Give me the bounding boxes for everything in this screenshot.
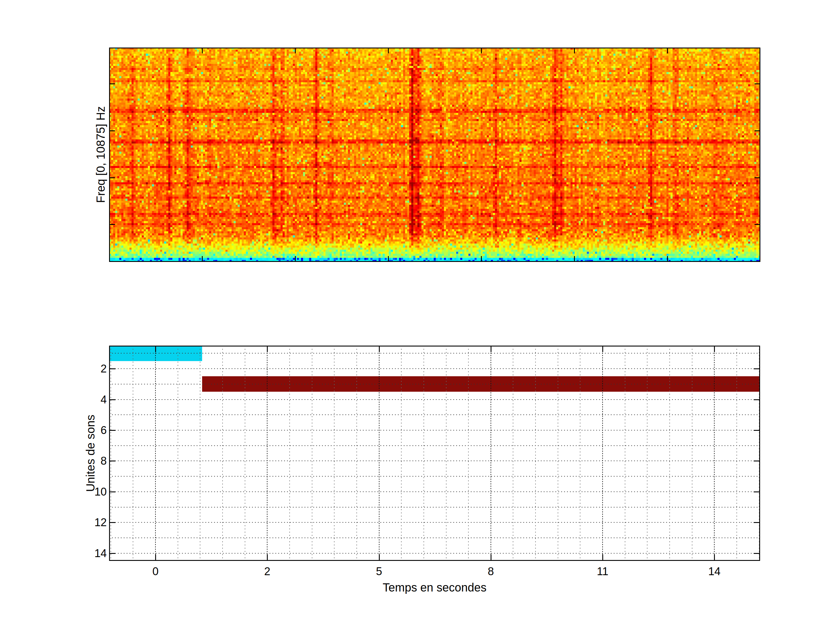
activity-top-tick	[714, 346, 715, 352]
activity-top-tick	[602, 346, 603, 352]
activity-left-tick	[109, 399, 115, 400]
spectrogram-ylabel: Freq [0, 10875] Hz	[94, 106, 107, 203]
y-tick-label: 12	[48, 516, 107, 529]
activity-plot	[109, 346, 760, 561]
spectrogram-bottom-tick	[481, 256, 482, 262]
y-tick-label: 10	[48, 485, 107, 498]
activity-top-tick	[267, 346, 268, 352]
y-tick-label: 6	[48, 424, 107, 437]
activity-left-tick	[109, 522, 115, 523]
spectrogram-ticks-layer	[109, 47, 760, 262]
activity-ticks-layer	[109, 346, 760, 561]
spectrogram-top-tick	[388, 47, 389, 54]
activity-top-tick	[491, 346, 491, 352]
spectrogram-top-tick	[295, 47, 296, 54]
activity-right-tick	[754, 430, 760, 431]
x-tick-label: 0	[138, 565, 173, 578]
spectrogram-top-tick	[667, 47, 668, 54]
spectrogram-right-tick	[755, 130, 760, 131]
x-tick-label: 2	[249, 565, 285, 578]
activity-bottom-tick	[155, 554, 156, 561]
activity-top-tick	[155, 346, 156, 352]
activity-bottom-tick	[491, 554, 491, 561]
x-tick-label: 5	[362, 565, 397, 578]
spectrogram-bottom-tick	[295, 256, 296, 262]
spectrogram-top-tick	[202, 47, 203, 54]
spectrogram-right-tick	[755, 84, 760, 84]
y-tick-label: 2	[48, 362, 107, 375]
spectrogram-bottom-tick	[202, 256, 203, 262]
activity-right-tick	[754, 399, 760, 400]
spectrogram-left-tick	[109, 177, 115, 178]
activity-xlabel: Temps en secondes	[383, 581, 486, 594]
x-tick-label: 8	[474, 565, 508, 578]
activity-bottom-tick	[714, 554, 715, 561]
spectrogram-bottom-tick	[574, 256, 575, 262]
spectrogram-bottom-tick	[667, 256, 668, 262]
activity-right-tick	[754, 368, 760, 369]
activity-bottom-tick	[267, 554, 268, 561]
x-tick-label: 11	[585, 565, 620, 578]
activity-right-tick	[754, 461, 760, 461]
activity-left-tick	[109, 461, 115, 461]
spectrogram-bottom-tick	[388, 256, 389, 262]
y-tick-label: 14	[48, 547, 107, 560]
spectrogram-left-tick	[109, 224, 115, 225]
activity-left-tick	[109, 368, 115, 369]
activity-bottom-tick	[379, 554, 380, 561]
activity-bottom-tick	[602, 554, 603, 561]
x-tick-label: 14	[697, 565, 732, 578]
matlab-figure: Freq [0, 10875] Hz Unites de sons Temps …	[0, 0, 840, 630]
activity-left-tick	[109, 491, 115, 492]
activity-right-tick	[754, 553, 760, 554]
spectrogram-top-tick	[574, 47, 575, 54]
activity-left-tick	[109, 430, 115, 431]
spectrogram-right-tick	[755, 224, 760, 225]
activity-left-tick	[109, 553, 115, 554]
spectrogram-left-tick	[109, 130, 115, 131]
activity-top-tick	[379, 346, 380, 352]
activity-right-tick	[754, 522, 760, 523]
y-tick-label: 8	[48, 455, 107, 467]
activity-right-tick	[754, 491, 760, 492]
spectrogram-plot	[109, 47, 760, 262]
spectrogram-top-tick	[481, 47, 482, 54]
spectrogram-left-tick	[109, 84, 115, 84]
y-tick-label: 4	[48, 393, 107, 406]
spectrogram-right-tick	[755, 177, 760, 178]
